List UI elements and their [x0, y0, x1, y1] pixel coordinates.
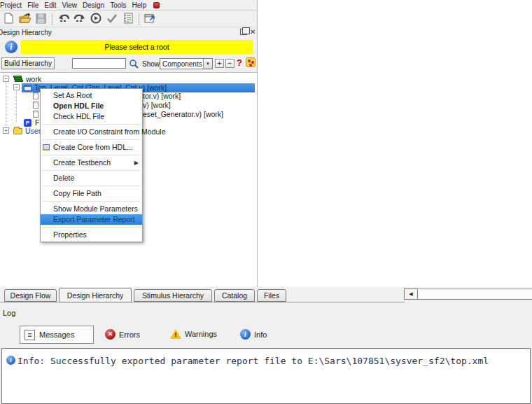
log-tab-messages[interactable]: ≡ Messages [20, 326, 94, 344]
save-icon [36, 13, 46, 25]
tab-files[interactable]: Files [257, 289, 286, 302]
create-core-icon [43, 144, 50, 151]
info-icon: i [240, 329, 251, 340]
library-icon [13, 76, 22, 83]
menu-project[interactable]: Project [0, 1, 24, 10]
collapse-all-button[interactable]: − [225, 59, 234, 68]
tree-label-user: User [25, 127, 41, 136]
menu-separator [42, 186, 141, 186]
expand-all-button[interactable]: + [215, 59, 224, 68]
new-file-icon [4, 13, 14, 25]
run-button[interactable] [88, 12, 103, 26]
toolbar [0, 11, 257, 27]
submenu-arrow-icon: ▶ [134, 158, 139, 168]
package-icon: P [24, 119, 31, 127]
hdl-file-icon [33, 102, 38, 109]
log-output[interactable]: i Info: Successfully exported parameter … [1, 348, 531, 404]
collapse-expander-icon[interactable]: − [13, 84, 20, 90]
redo-button[interactable] [72, 12, 87, 26]
info-icon: i [6, 356, 15, 365]
report-icon [123, 13, 133, 25]
menu-separator [42, 227, 141, 228]
log-message: Info: Successfully exported parameter re… [18, 356, 489, 366]
menu-bar: Project File Edit View Design Tools Help [0, 0, 257, 11]
menu-item-export-parameter-report[interactable]: Export Parameter Report [41, 214, 142, 225]
tree-label-child2: v) [work] [143, 101, 171, 110]
save-button[interactable] [34, 12, 48, 26]
hdl-file-icon [33, 92, 38, 99]
messages-list-icon: ≡ [24, 330, 35, 340]
menu-separator [42, 170, 141, 171]
menu-item-create-core[interactable]: Create Core from HDL... [41, 142, 142, 153]
menu-view[interactable]: View [59, 1, 80, 10]
menu-item-show-module-parameters[interactable]: Show Module Parameters [41, 204, 142, 214]
menu-file[interactable]: File [24, 1, 41, 10]
panel-title: Design Hierarchy [0, 29, 52, 36]
hdl-file-icon [33, 111, 38, 118]
chevron-down-icon[interactable]: ▼ [203, 59, 212, 69]
show-dropdown[interactable]: Components ▼ [160, 58, 213, 69]
collapse-expander-icon[interactable]: − [3, 76, 9, 82]
show-label: Show: [142, 60, 162, 68]
menu-item-copy-file-path[interactable]: Copy File Path [41, 188, 142, 199]
folder-icon [13, 128, 22, 134]
search-icon[interactable] [129, 59, 139, 71]
menu-item-properties[interactable]: Properties [41, 230, 142, 240]
help-icon[interactable]: ? [237, 57, 242, 68]
tree-label-child1: tor.v) [work] [143, 92, 181, 101]
menu-item-set-as-root[interactable]: Set As Root [41, 90, 142, 101]
maximize-view-button[interactable] [143, 12, 158, 26]
new-file-button[interactable] [1, 12, 16, 26]
tab-catalog[interactable]: Catalog [214, 289, 255, 302]
select-root-banner: Please select a root [21, 40, 253, 54]
toolbar-separator [52, 13, 52, 25]
show-dropdown-value: Components [162, 60, 202, 69]
restore-window-icon [144, 13, 156, 25]
tab-design-flow[interactable]: Design Flow [4, 289, 57, 302]
menu-item-create-testbench[interactable]: Create Testbench ▶ [41, 158, 142, 168]
error-icon: ✕ [105, 329, 115, 340]
close-panel-icon[interactable]: ✕ [250, 28, 255, 36]
log-title: Log [3, 309, 15, 317]
log-tab-errors[interactable]: ✕ Errors [105, 329, 140, 340]
menu-item-open-hdl-file[interactable]: Open HDL File [41, 101, 142, 111]
open-project-button[interactable] [18, 12, 32, 26]
check-hdl-button[interactable] [104, 12, 119, 26]
horizontal-scrollbar[interactable] [418, 288, 532, 300]
record-icon [153, 2, 160, 8]
scroll-left-button[interactable]: ◀ [404, 288, 418, 300]
log-tab-warnings[interactable]: ! Warnings [170, 329, 217, 339]
undo-icon [57, 13, 70, 25]
redo-icon [74, 13, 86, 25]
tab-stimulus-hierarchy[interactable]: Stimulus Hierarchy [134, 289, 212, 302]
settings-icon[interactable] [246, 57, 255, 67]
menu-item-check-hdl-file[interactable]: Check HDL File [41, 111, 142, 122]
menu-separator [42, 124, 141, 125]
run-icon [90, 13, 102, 25]
menu-edit[interactable]: Edit [41, 1, 59, 10]
search-input[interactable] [72, 58, 126, 69]
checkmark-icon [106, 13, 118, 25]
context-menu: Set As Root Open HDL File Check HDL File… [40, 88, 143, 242]
menu-separator [42, 201, 141, 202]
menu-item-delete[interactable]: Delete [41, 173, 142, 183]
warning-icon: ! [170, 329, 181, 339]
tab-design-hierarchy[interactable]: Design Hierarchy [59, 288, 132, 302]
menu-help[interactable]: Help [129, 1, 149, 10]
bottom-region: Design Flow Design Hierarchy Stimulus Hi… [0, 287, 532, 404]
undo-button[interactable] [56, 12, 71, 26]
toolbar-separator [139, 13, 139, 25]
expand-expander-icon[interactable]: + [3, 127, 9, 134]
menu-item-create-io-constraint[interactable]: Create I/O Constraint from Module [41, 127, 142, 137]
build-hierarchy-button[interactable]: Build Hierarchy [1, 57, 55, 69]
menu-tools[interactable]: Tools [107, 1, 129, 10]
menu-design[interactable]: Design [80, 1, 107, 10]
menu-separator [42, 155, 141, 155]
log-tab-info[interactable]: i Info [240, 329, 267, 340]
info-icon: i [5, 41, 18, 53]
open-folder-icon [19, 13, 31, 25]
report-button[interactable] [120, 12, 135, 26]
module-icon [24, 85, 31, 91]
menu-separator [42, 139, 141, 140]
float-panel-icon[interactable] [240, 29, 247, 35]
